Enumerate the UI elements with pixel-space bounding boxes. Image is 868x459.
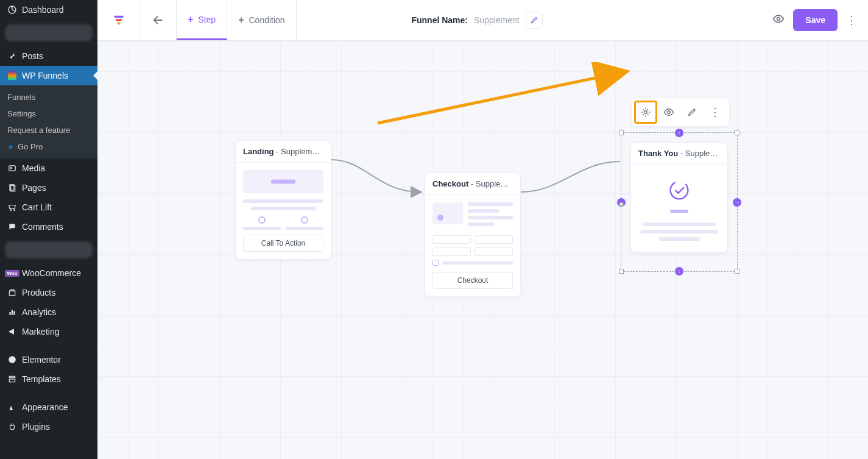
- sidebar-item-label: Products: [22, 288, 55, 297]
- sidebar-item-label: Pages: [22, 183, 46, 193]
- templates-icon: [6, 375, 18, 383]
- card-title-text: Checkout: [432, 179, 468, 188]
- svg-rect-11: [13, 311, 15, 315]
- step-card-thankyou[interactable]: Thank You - Supplement T…: [630, 142, 728, 252]
- sidebar-sub-go-pro[interactable]: Go Pro: [0, 138, 97, 155]
- arrow-left-icon: [152, 13, 165, 27]
- sidebar-item-templates[interactable]: Templates: [0, 369, 97, 389]
- resize-handle[interactable]: [735, 269, 739, 274]
- svg-point-2: [10, 167, 12, 168]
- sidebar-item-dashboard[interactable]: Dashboard: [0, 0, 97, 20]
- sidebar-item-label: Media: [22, 163, 45, 173]
- plus-icon: +: [238, 15, 244, 26]
- tab-condition[interactable]: + Condition: [227, 0, 297, 40]
- sidebar-item-label: Marketing: [22, 327, 59, 336]
- svg-point-17: [668, 111, 671, 114]
- svg-rect-10: [12, 310, 13, 315]
- sidebar-item-plugins[interactable]: Plugins: [0, 417, 97, 436]
- app-logo[interactable]: [97, 0, 140, 40]
- funnel-canvas[interactable]: Landing - Supplement La… Call To Action …: [97, 41, 868, 459]
- sidebar-item-label: WooCommerce: [22, 268, 81, 278]
- funnel-name-label: Funnel Name:: [411, 15, 468, 25]
- card-preview: Call To Action: [236, 163, 331, 259]
- plugins-icon: [6, 422, 18, 431]
- step-card-checkout[interactable]: Checkout - Supplement C… Checkout: [425, 173, 521, 297]
- plus-icon: +: [188, 14, 193, 25]
- step-contextual-toolbar: ⋮: [631, 98, 730, 127]
- sidebar-item-woocommerce[interactable]: Woo WooCommerce: [0, 263, 97, 283]
- cta-button-preview: Call To Action: [243, 235, 323, 252]
- svg-rect-14: [9, 379, 15, 382]
- cart-lift-icon: [6, 203, 18, 212]
- svg-rect-8: [10, 290, 14, 291]
- svg-point-15: [777, 18, 780, 21]
- resize-handle[interactable]: [735, 130, 739, 135]
- sidebar-item-cart-lift[interactable]: Cart Lift: [0, 197, 97, 217]
- card-title: Checkout - Supplement C…: [425, 173, 520, 195]
- save-label: Save: [805, 15, 825, 25]
- sidebar-item-label: Plugins: [22, 422, 50, 432]
- resize-handle[interactable]: [619, 130, 624, 135]
- annotation-arrow: [375, 62, 637, 129]
- sidebar-item-products[interactable]: Products: [0, 283, 97, 302]
- pin-icon: [6, 52, 18, 60]
- sidebar-item-label: Appearance: [22, 402, 68, 412]
- connection-endpoint[interactable]: [619, 202, 624, 207]
- step-edit-button[interactable]: [680, 101, 704, 124]
- sidebar-sub-label: Go Pro: [18, 142, 43, 151]
- svg-rect-13: [9, 376, 15, 377]
- sidebar-item-posts[interactable]: Posts: [0, 46, 97, 66]
- step-settings-button[interactable]: [634, 101, 657, 124]
- cta-button-preview: Checkout: [432, 272, 513, 289]
- connector-right[interactable]: →: [733, 198, 741, 207]
- resize-handle[interactable]: [619, 269, 624, 274]
- connector-top[interactable]: ↑: [675, 129, 683, 137]
- connector-bottom[interactable]: ↓: [675, 267, 683, 276]
- step-card-landing[interactable]: Landing - Supplement La… Call To Action: [235, 140, 331, 260]
- more-menu-button[interactable]: ⋮: [846, 13, 857, 27]
- sidebar-item-media[interactable]: Media: [0, 158, 97, 178]
- card-title: Landing - Supplement La…: [236, 141, 331, 163]
- funnel-name-value: Supplement: [474, 15, 520, 25]
- svg-rect-7: [9, 291, 15, 296]
- gear-icon: [640, 107, 651, 118]
- sidebar-placeholder: [5, 241, 93, 258]
- tab-step[interactable]: + Step: [177, 0, 227, 40]
- cta-label: Call To Action: [261, 239, 306, 247]
- comments-icon: [6, 222, 18, 231]
- svg-point-18: [667, 178, 691, 202]
- step-preview-button[interactable]: [657, 101, 680, 124]
- sidebar-item-analytics[interactable]: Analytics: [0, 302, 97, 322]
- svg-rect-1: [9, 166, 16, 171]
- sidebar-sub-request[interactable]: Request a feature: [0, 122, 97, 138]
- sidebar-item-wp-funnels[interactable]: WP Funnels: [0, 66, 97, 85]
- sidebar-item-appearance[interactable]: Appearance: [0, 397, 97, 417]
- step-more-button[interactable]: ⋮: [704, 101, 727, 124]
- marketing-icon: [6, 327, 18, 336]
- eye-icon: [772, 13, 785, 25]
- save-button[interactable]: Save: [793, 9, 838, 31]
- sidebar-sub-label: Funnels: [7, 93, 35, 102]
- svg-point-12: [9, 356, 16, 363]
- card-subtitle: - Supplement T…: [678, 149, 727, 158]
- media-icon: [6, 164, 18, 173]
- preview-button[interactable]: [772, 13, 785, 27]
- sidebar-sub-funnels[interactable]: Funnels: [0, 89, 97, 105]
- sidebar-item-comments[interactable]: Comments: [0, 217, 97, 237]
- pages-icon: [6, 183, 18, 192]
- sidebar-item-elementor[interactable]: Elementor: [0, 350, 97, 369]
- card-subtitle: - Supplement C…: [468, 179, 520, 188]
- sidebar-sub-settings[interactable]: Settings: [0, 105, 97, 122]
- sidebar-placeholder: [5, 24, 93, 41]
- back-button[interactable]: [140, 0, 177, 40]
- analytics-icon: [6, 308, 18, 316]
- sidebar-item-pages[interactable]: Pages: [0, 178, 97, 197]
- funnel-icon: [112, 13, 125, 27]
- sidebar-item-label: Posts: [22, 51, 43, 61]
- edit-funnel-name-button[interactable]: [526, 12, 543, 29]
- card-title-text: Landing: [243, 147, 274, 156]
- sidebar-item-marketing[interactable]: Marketing: [0, 322, 97, 341]
- appearance-icon: [6, 403, 18, 411]
- topbar: + Step + Condition Funnel Name: Suppleme…: [97, 0, 868, 41]
- sidebar-item-label: WP Funnels: [22, 71, 68, 80]
